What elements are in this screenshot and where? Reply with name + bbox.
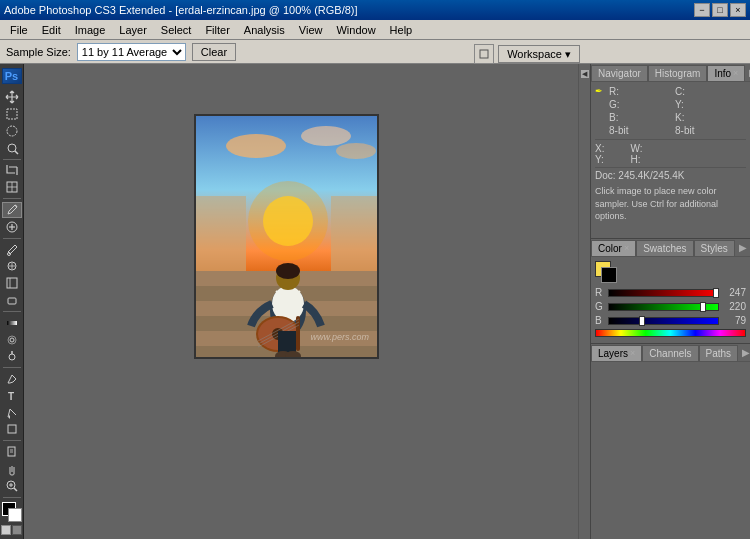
y-coord-label: Y: [595, 154, 604, 165]
y-label2: Y: [675, 99, 695, 110]
c-label: C: [675, 86, 695, 97]
tool-zoom[interactable] [2, 478, 22, 494]
tab-channels[interactable]: Channels [642, 345, 698, 361]
layers-tab-bar: Layers × Channels Paths ▶ [591, 344, 750, 362]
menu-view[interactable]: View [293, 22, 329, 38]
menu-file[interactable]: File [4, 22, 34, 38]
tool-slice[interactable] [2, 179, 22, 195]
background-color[interactable] [8, 508, 22, 522]
r-slider-value: 247 [722, 287, 746, 298]
spectrum-bar[interactable] [595, 329, 746, 337]
svg-rect-48 [331, 196, 379, 271]
title-bar-buttons: − □ × [694, 3, 746, 17]
g-slider-knob[interactable] [700, 302, 706, 312]
watermark: www.pers.com [310, 332, 369, 342]
standard-mode-btn[interactable] [1, 525, 11, 535]
quick-mask-btn[interactable] [12, 525, 22, 535]
b-slider-label: B [595, 315, 605, 326]
left-toolbar: Ps [0, 64, 24, 539]
clear-button[interactable]: Clear [192, 43, 236, 61]
menu-layer[interactable]: Layer [113, 22, 153, 38]
color-swatch-boxes[interactable] [595, 261, 617, 283]
info-g-row: G: [609, 99, 663, 110]
tool-path-selection[interactable] [2, 405, 22, 421]
r-slider-row: R 247 [595, 287, 746, 298]
menu-filter[interactable]: Filter [199, 22, 235, 38]
r-slider-knob[interactable] [713, 288, 719, 298]
sample-size-label: Sample Size: [6, 46, 71, 58]
coordinates-row: X: Y: W: H: [595, 139, 746, 165]
tool-gradient[interactable] [2, 315, 22, 331]
photo-canvas[interactable]: www.pers.com [194, 114, 379, 359]
tab-histogram[interactable]: Histogram [648, 65, 708, 81]
menu-select[interactable]: Select [155, 22, 198, 38]
tool-brush[interactable] [2, 242, 22, 258]
svg-point-21 [10, 338, 14, 342]
tool-history[interactable] [2, 275, 22, 291]
tool-dodge[interactable] [2, 348, 22, 364]
info-tabs-panel: Navigator Histogram Info × ▶ ✒ R: [591, 64, 750, 239]
canvas-area: www.pers.com [24, 64, 578, 539]
tool-type[interactable]: T [2, 388, 22, 404]
tab-swatches[interactable]: Swatches [636, 240, 693, 256]
bit-depth-1: 8-bit [609, 125, 663, 136]
minimize-button[interactable]: − [694, 3, 710, 17]
tab-info[interactable]: Info × [707, 65, 745, 81]
tool-healing[interactable] [2, 219, 22, 235]
g-slider-container[interactable] [608, 303, 719, 311]
bg-color-box[interactable] [601, 267, 617, 283]
menu-window[interactable]: Window [330, 22, 381, 38]
menu-help[interactable]: Help [384, 22, 419, 38]
tab-layers[interactable]: Layers × [591, 345, 642, 361]
sample-size-select[interactable]: 11 by 11 Average [77, 43, 186, 61]
tool-marquee[interactable] [2, 106, 22, 122]
close-button[interactable]: × [730, 3, 746, 17]
tool-pen[interactable] [2, 371, 22, 387]
b-slider-value: 79 [722, 315, 746, 326]
tool-clone[interactable] [2, 259, 22, 275]
svg-line-31 [14, 488, 17, 491]
b-slider-knob[interactable] [639, 316, 645, 326]
tool-lasso[interactable] [2, 123, 22, 139]
tab-layers-close[interactable]: × [630, 348, 635, 358]
tool-blur[interactable] [2, 332, 22, 348]
click-info: Click image to place new color sampler. … [595, 183, 746, 225]
r-slider-container[interactable] [608, 289, 719, 297]
layers-panel-menu[interactable]: ▶ [738, 347, 750, 358]
tool-eyedropper[interactable] [2, 202, 22, 218]
tab-navigator[interactable]: Navigator [591, 65, 648, 81]
tab-paths[interactable]: Paths [699, 345, 739, 361]
tool-notes[interactable] [2, 444, 22, 460]
tool-eraser[interactable] [2, 292, 22, 308]
panel-tab-menu[interactable]: ▶ [745, 67, 750, 78]
r-slider-label: R [595, 287, 605, 298]
k-label: K: [675, 112, 695, 123]
info-c-row: C: [675, 86, 729, 97]
tab-color-close[interactable]: × [624, 243, 629, 253]
maximize-button[interactable]: □ [712, 3, 728, 17]
svg-point-22 [9, 354, 15, 360]
tool-hand[interactable] [2, 461, 22, 477]
tool-crop[interactable] [2, 162, 22, 178]
color-swatch-area[interactable] [2, 502, 22, 519]
color-panel-menu[interactable]: ▶ [735, 242, 750, 253]
tool-quick-select[interactable] [2, 140, 22, 156]
tab-color[interactable]: Color × [591, 240, 636, 256]
collapse-arrow[interactable]: ◀ [581, 70, 589, 78]
menu-analysis[interactable]: Analysis [238, 22, 291, 38]
svg-point-39 [336, 143, 376, 159]
svg-point-36 [248, 181, 328, 261]
tab-styles[interactable]: Styles [694, 240, 735, 256]
workspace-button[interactable]: Workspace ▾ [498, 45, 580, 63]
tab-info-close[interactable]: × [733, 68, 738, 78]
eyedropper-options-icon[interactable] [474, 44, 494, 64]
svg-point-3 [8, 144, 16, 152]
title-bar: Adobe Photoshop CS3 Extended - [erdal-er… [0, 0, 750, 20]
tool-move[interactable] [2, 89, 22, 105]
main-area: Ps [0, 64, 750, 539]
b-slider-container[interactable] [608, 317, 719, 325]
h-label: H: [630, 154, 642, 165]
menu-image[interactable]: Image [69, 22, 112, 38]
tool-shape[interactable] [2, 422, 22, 438]
menu-edit[interactable]: Edit [36, 22, 67, 38]
